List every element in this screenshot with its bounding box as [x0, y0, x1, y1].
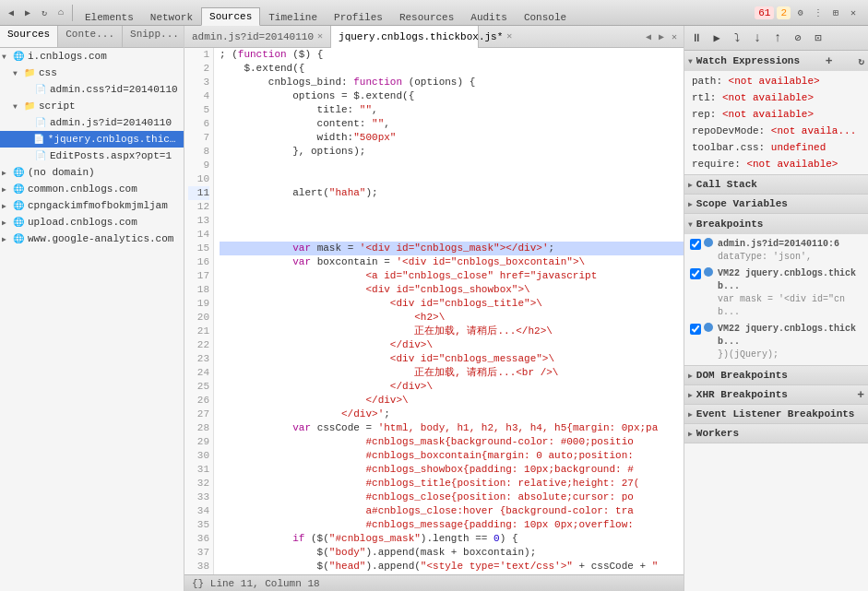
line-numbers: 1 2 3 4 5 6 7 8 9 10 11 12 13 14 15 16 1… — [184, 48, 214, 574]
tab-close-button[interactable]: ✕ — [317, 32, 323, 41]
dom-breakpoints-header[interactable]: ▶ DOM Breakpoints — [684, 366, 868, 384]
code-line — [220, 159, 684, 172]
xhr-breakpoints-header[interactable]: ▶ XHR Breakpoints + — [684, 385, 868, 404]
breakpoints-title: Breakpoints — [696, 219, 764, 230]
breakpoint-checkbox[interactable] — [690, 324, 701, 335]
breakpoint-desc: dataType: 'json', — [718, 251, 839, 264]
editor-tab-adminjs[interactable]: admin.js?id=20140110 ✕ — [184, 26, 331, 48]
tab-timeline[interactable]: Timeline — [260, 8, 326, 26]
deactivate-button[interactable]: ⊘ — [790, 30, 806, 46]
line-num: 19 — [188, 297, 209, 311]
code-line: #cnblogs_title{position: relative;height… — [220, 477, 684, 491]
watch-refresh-button[interactable]: ↻ — [858, 55, 864, 67]
dock-icon[interactable]: ⊞ — [828, 6, 843, 20]
step-out-button[interactable]: ↑ — [769, 30, 786, 46]
scope-variables-header[interactable]: ▶ Scope Variables — [684, 195, 868, 213]
tab-resources[interactable]: Resources — [391, 8, 462, 26]
tree-item-script[interactable]: ▼ 📁 script — [0, 98, 184, 114]
breakpoint-checkbox[interactable] — [690, 268, 701, 279]
folder-icon: 📁 — [24, 67, 37, 78]
tab-audits[interactable]: Audits — [462, 8, 516, 26]
code-lines[interactable]: ; (function ($) { $.extend({ cnblogs_bin… — [214, 48, 684, 574]
settings-icon[interactable]: ⚙ — [793, 6, 808, 20]
line-num: 14 — [188, 228, 209, 242]
xhr-add-button[interactable]: + — [857, 388, 864, 402]
tree-item-googleanalytics[interactable]: ▶ 🌐 www.google-analytics.com — [0, 230, 184, 247]
tree-label: EditPosts.aspx?opt=1 — [50, 150, 172, 161]
code-line: <div id="cnblogs_message">\ — [220, 352, 684, 366]
editor-tab-jquerythickbox[interactable]: jquery.cnblogs.thickbox.js* ✕ — [331, 26, 479, 48]
call-stack-section: ▶ Call Stack — [684, 175, 868, 195]
resume-button[interactable]: ▶ — [708, 30, 725, 46]
pause-button[interactable]: ⏸ — [688, 30, 705, 46]
sidebar-tab-sources[interactable]: Sources — [0, 26, 58, 47]
line-num: 9 — [188, 159, 209, 172]
event-listener-bp-header[interactable]: ▶ Event Listener Breakpoints — [684, 405, 868, 423]
watch-item: rep: <not available> — [688, 106, 864, 123]
nav-next-icon[interactable]: ▶ — [656, 30, 667, 44]
nav-prev-icon[interactable]: ◀ — [643, 30, 654, 44]
breakpoints-header[interactable]: ▼ Breakpoints — [684, 214, 868, 234]
tree-item-jquerythickbox[interactable]: ▶ 📄 *jquery.cnblogs.thickbo — [0, 131, 184, 148]
close-devtools-icon[interactable]: ✕ — [846, 6, 861, 20]
step-over-button[interactable]: ⤵ — [729, 30, 745, 46]
forward-icon[interactable]: ▶ — [20, 6, 35, 20]
code-line: </div>\ — [220, 338, 684, 352]
sidebar-tab-snippets[interactable]: Snipp... — [123, 26, 184, 47]
tab-close-button[interactable]: ✕ — [506, 32, 512, 41]
tree-arrow: ▼ — [2, 53, 13, 61]
tree-arrow: ▶ — [2, 235, 13, 243]
dom-breakpoints-title: DOM Breakpoints — [696, 370, 788, 381]
home-icon[interactable]: ⌂ — [54, 6, 68, 20]
watch-item: toolbar.css: undefined — [688, 139, 864, 156]
tree-item-editposts[interactable]: ▶ 📄 EditPosts.aspx?opt=1 — [0, 148, 184, 164]
tree-item-admincss[interactable]: ▶ 📄 admin.css?id=20140110 — [0, 81, 184, 98]
sidebar-tab-content[interactable]: Conte... — [58, 26, 123, 47]
file-icon: 📄 — [35, 117, 48, 128]
watch-expressions-header[interactable]: ▼ Watch Expressions + ↻ — [684, 51, 868, 71]
code-line: width:"500px" — [220, 131, 684, 145]
nav-close-icon[interactable]: ✕ — [669, 30, 680, 44]
line-num: 20 — [188, 311, 209, 325]
line-num: 6 — [188, 117, 209, 131]
line-num: 8 — [188, 145, 209, 159]
callstack-toggle-icon: ▶ — [688, 181, 693, 189]
tree-item-upload[interactable]: ▶ 🌐 upload.cnblogs.com — [0, 214, 184, 230]
tree-label: (no domain) — [28, 167, 95, 178]
tree-item-icnblogs[interactable]: ▼ 🌐 i.cnblogs.com — [0, 48, 184, 65]
domain-icon: 🌐 — [13, 183, 26, 195]
tree-item-nodomain[interactable]: ▶ 🌐 (no domain) — [0, 164, 184, 181]
tab-profiles[interactable]: Profiles — [326, 8, 391, 26]
reload-icon[interactable]: ↻ — [37, 6, 52, 20]
breakpoint-checkbox[interactable] — [690, 239, 701, 250]
code-line — [220, 200, 684, 214]
tab-console[interactable]: Console — [516, 8, 575, 26]
tree-item-adminjs[interactable]: ▶ 📄 admin.js?id=20140110 — [0, 114, 184, 131]
code-editor[interactable]: 1 2 3 4 5 6 7 8 9 10 11 12 13 14 15 16 1… — [184, 48, 684, 574]
back-icon[interactable]: ◀ — [4, 6, 18, 20]
code-line: </div>\ — [220, 394, 684, 408]
code-line: <div id="cnblogs_showbox">\ — [220, 283, 684, 297]
file-icon: 📄 — [33, 134, 45, 145]
tree-item-common[interactable]: ▶ 🌐 common.cnblogs.com — [0, 181, 184, 197]
line-num: 36 — [188, 532, 209, 546]
line-num-current: 11 — [188, 186, 209, 200]
menu-icon[interactable]: ⋮ — [811, 6, 826, 20]
tree-item-cpngack[interactable]: ▶ 🌐 cpngackimfmofbokmjmljam — [0, 197, 184, 214]
tab-sources[interactable]: Sources — [201, 7, 260, 26]
watch-add-button[interactable]: + — [826, 54, 833, 68]
tab-elements[interactable]: Elements — [77, 8, 142, 26]
call-stack-header[interactable]: ▶ Call Stack — [684, 175, 868, 194]
async-button[interactable]: ⊡ — [810, 30, 826, 46]
code-line: </div>'; — [220, 408, 684, 421]
breakpoint-dot — [704, 323, 713, 332]
watch-item: require: <not available> — [688, 156, 864, 172]
tab-network[interactable]: Network — [142, 8, 201, 26]
breakpoints-content: admin.js?id=20140110:6 dataType: 'json',… — [684, 234, 868, 365]
code-line: $.extend({ — [220, 62, 684, 76]
workers-header[interactable]: ▶ Workers — [684, 424, 868, 443]
step-into-button[interactable]: ↓ — [749, 30, 766, 46]
code-line: cnblogs_bind: function (options) { — [220, 76, 684, 89]
tree-item-css[interactable]: ▼ 📁 css — [0, 65, 184, 81]
code-line: $("body").append(mask + boxcontain); — [220, 546, 684, 560]
